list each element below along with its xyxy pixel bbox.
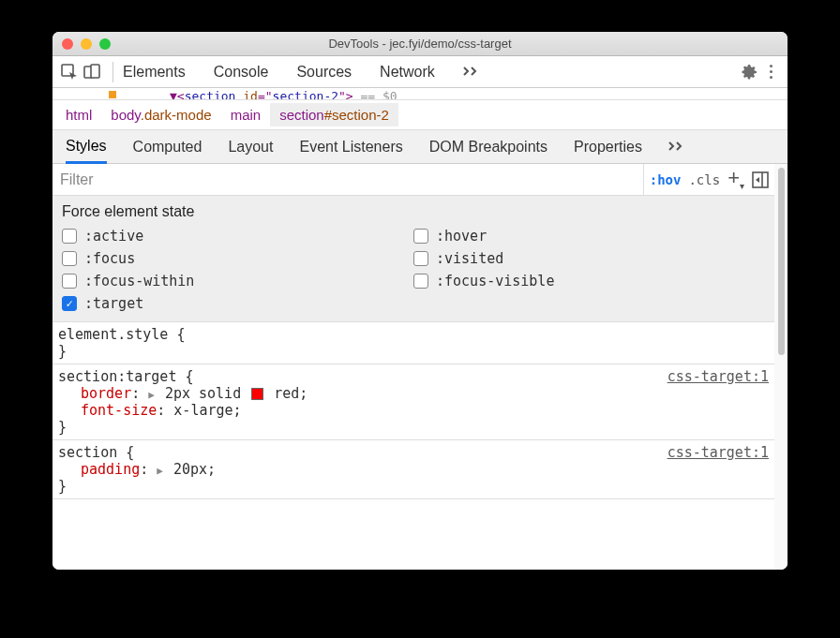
tab-network[interactable]: Network	[380, 64, 435, 81]
breadcrumb-item[interactable]: section#section-2	[270, 103, 398, 126]
force-state-label: :target	[84, 295, 143, 312]
filter-input[interactable]	[52, 164, 644, 195]
subtab-layout[interactable]: Layout	[228, 130, 273, 163]
decl-value[interactable]: 2px solid red	[165, 385, 299, 402]
filter-controls: :hov .cls +▾	[644, 164, 774, 195]
force-state-panel: Force element state :active:hover:focus:…	[52, 196, 774, 322]
checkbox-icon[interactable]	[413, 229, 428, 244]
subtab-event-listeners[interactable]: Event Listeners	[299, 130, 402, 163]
rule-selector[interactable]: element.style	[58, 326, 168, 343]
divider	[112, 62, 113, 82]
cls-toggle[interactable]: .cls	[688, 172, 720, 187]
checkbox-icon[interactable]	[413, 274, 428, 289]
element-attr-val: section-2	[273, 89, 338, 100]
window-title: DevTools - jec.fyi/demo/css-target	[52, 37, 788, 51]
rule-source-link[interactable]: css-target:1	[668, 368, 769, 385]
svg-rect-2	[91, 65, 99, 78]
color-swatch-icon[interactable]	[251, 388, 263, 400]
inspect-icon[interactable]	[58, 61, 81, 83]
styles-column: :hov .cls +▾ Force element state :active…	[52, 164, 774, 570]
decl-value[interactable]: 20px	[173, 461, 207, 478]
tab-elements[interactable]: Elements	[123, 64, 186, 81]
scrollbar[interactable]	[774, 164, 788, 570]
checkbox-icon[interactable]: ✓	[62, 296, 77, 311]
computed-pane-icon[interactable]	[752, 171, 769, 188]
device-toolbar-icon[interactable]	[81, 61, 103, 83]
rule-declaration[interactable]: font-size: x-large;	[58, 402, 769, 419]
more-menu-icon[interactable]	[760, 65, 782, 79]
expand-icon[interactable]: ▶	[157, 465, 163, 477]
style-rule[interactable]: css-target:1section:target {border: ▶ 2p…	[52, 364, 774, 440]
hov-toggle[interactable]: :hov	[650, 172, 682, 187]
rule-declaration[interactable]: border: ▶ 2px solid red;	[58, 385, 769, 402]
force-state-label: :visited	[436, 250, 503, 267]
filter-row: :hov .cls +▾	[52, 164, 774, 196]
subtab-properties[interactable]: Properties	[574, 130, 642, 163]
element-trailer: == $0	[353, 89, 398, 100]
checkbox-icon[interactable]	[62, 229, 77, 244]
scroll-thumb[interactable]	[778, 168, 785, 355]
force-state-hover[interactable]: :hover	[413, 228, 765, 245]
force-state-active[interactable]: :active	[62, 228, 413, 245]
force-state-label: :active	[84, 228, 143, 245]
traffic-lights	[62, 38, 111, 50]
force-state-focus-within[interactable]: :focus-within	[62, 273, 413, 289]
new-rule-icon[interactable]: +▾	[728, 166, 744, 191]
force-state-label: :focus-within	[84, 273, 194, 289]
tab-console[interactable]: Console	[214, 64, 269, 81]
breadcrumb: htmlbody.dark-modemainsection#section-2	[52, 100, 788, 130]
expand-icon[interactable]: ▶	[148, 389, 155, 401]
elements-tree-row[interactable]: ▼<section id="section-2"> == $0	[52, 88, 788, 100]
styles-subtabs: StylesComputedLayoutEvent ListenersDOM B…	[52, 130, 788, 164]
rule-source-link[interactable]: css-target:1	[668, 444, 769, 461]
checkbox-icon[interactable]	[62, 274, 77, 289]
force-state-label: :focus-visible	[436, 273, 554, 289]
style-rule[interactable]: css-target:1section {padding: ▶ 20px;}	[52, 440, 774, 499]
maximize-icon[interactable]	[99, 38, 111, 50]
rule-selector[interactable]: section	[58, 444, 117, 461]
svg-rect-3	[753, 172, 768, 187]
decl-property[interactable]: border	[81, 385, 131, 402]
force-state-label: :focus	[84, 250, 135, 267]
breadcrumb-item[interactable]: body.dark-mode	[101, 103, 220, 126]
minimize-icon[interactable]	[81, 38, 92, 50]
checkbox-icon[interactable]	[62, 251, 77, 266]
force-state-title: Force element state	[62, 203, 765, 220]
force-state-focus[interactable]: :focus	[62, 250, 413, 267]
tab-sources[interactable]: Sources	[296, 64, 352, 81]
subtab-dom-breakpoints[interactable]: DOM Breakpoints	[429, 130, 548, 163]
rule-selector[interactable]: section:target	[58, 368, 176, 385]
more-subtabs-icon[interactable]	[668, 139, 685, 156]
rule-declaration[interactable]: padding: ▶ 20px;	[58, 461, 769, 478]
titlebar: DevTools - jec.fyi/demo/css-target	[52, 32, 788, 56]
style-rule[interactable]: element.style {}	[52, 322, 774, 364]
force-state-visited[interactable]: :visited	[413, 250, 765, 267]
panel-tabs: Elements Console Sources Network	[123, 64, 480, 81]
element-attr-name: id	[243, 89, 258, 100]
decl-property[interactable]: font-size	[81, 402, 157, 419]
main-toolbar: Elements Console Sources Network	[52, 56, 788, 88]
subtab-styles[interactable]: Styles	[66, 131, 107, 164]
breadcrumb-item[interactable]: main	[221, 103, 271, 126]
styles-body: :hov .cls +▾ Force element state :active…	[52, 164, 788, 570]
force-state-target[interactable]: ✓:target	[62, 295, 413, 312]
more-tabs-icon[interactable]	[463, 64, 480, 81]
settings-icon[interactable]	[738, 61, 760, 83]
subtab-computed[interactable]: Computed	[133, 130, 202, 163]
checkbox-icon[interactable]	[413, 251, 428, 266]
decl-property[interactable]: padding	[81, 461, 140, 478]
close-icon[interactable]	[62, 38, 73, 50]
decl-value[interactable]: x-large	[173, 402, 232, 419]
force-state-focus-visible[interactable]: :focus-visible	[413, 273, 765, 289]
breadcrumb-item[interactable]: html	[56, 103, 101, 126]
force-state-label: :hover	[436, 228, 487, 245]
devtools-window: DevTools - jec.fyi/demo/css-target Eleme…	[52, 32, 788, 570]
element-tag: section	[185, 89, 236, 100]
